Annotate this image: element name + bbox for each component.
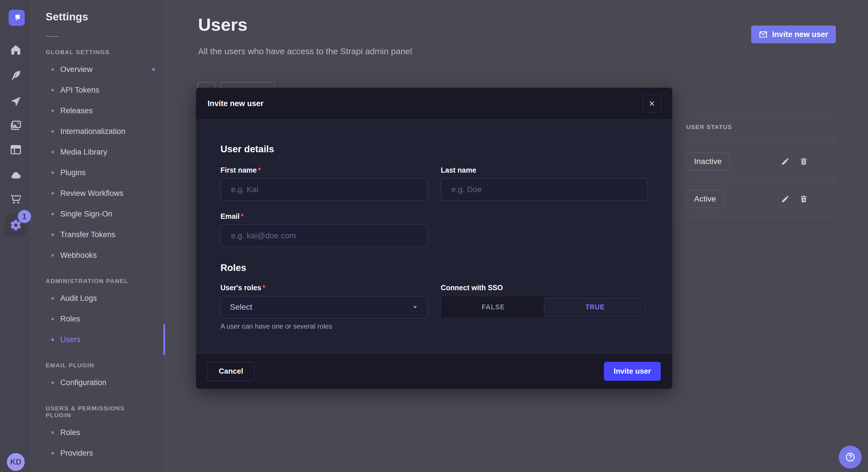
bullet-icon xyxy=(51,338,54,341)
sidebar-section-items: OverviewAPI TokensReleasesInternationali… xyxy=(32,59,165,266)
sidebar-section-items: RolesProviders xyxy=(32,422,165,463)
last-name-label: Last name xyxy=(441,166,648,174)
last-name-input[interactable] xyxy=(441,178,648,201)
cancel-button[interactable]: Cancel xyxy=(208,362,254,381)
sidebar-item-label: Configuration xyxy=(60,378,106,387)
sidebar-item-providers[interactable]: Providers xyxy=(32,443,165,463)
sso-label: Connect with SSO xyxy=(441,283,648,292)
sidebar-section-label: EMAIL PLUGIN xyxy=(45,362,151,369)
sidebar-item-releases[interactable]: Releases xyxy=(32,100,165,121)
sidebar-item-label: Transfer Tokens xyxy=(60,230,115,239)
edit-button[interactable] xyxy=(781,195,789,203)
title-divider xyxy=(45,36,59,37)
sidebar-item-label: Webhooks xyxy=(60,251,97,260)
bullet-icon xyxy=(51,89,54,92)
invite-new-user-button[interactable]: Invite new user xyxy=(751,26,836,43)
bullet-icon xyxy=(51,318,54,320)
bullet-icon xyxy=(51,431,54,434)
roles-select[interactable]: Select xyxy=(220,296,428,318)
close-button[interactable] xyxy=(643,95,661,112)
first-name-input[interactable] xyxy=(220,178,428,201)
required-mark: * xyxy=(262,283,265,292)
sidebar-item-webhooks[interactable]: Webhooks xyxy=(32,245,165,266)
sidebar-item-label: Providers xyxy=(60,449,93,458)
last-name-field: Last name xyxy=(441,166,648,201)
delete-button[interactable] xyxy=(799,195,808,203)
status-badge: Active xyxy=(686,190,724,208)
first-name-field: First name* xyxy=(220,166,428,201)
pencil-icon xyxy=(781,157,789,166)
content-type-builder-icon[interactable] xyxy=(0,69,32,82)
sidebar-item-label: Internationalization xyxy=(60,127,125,136)
sidebar-item-api-tokens[interactable]: API Tokens xyxy=(32,80,165,100)
section-user-details: User details xyxy=(220,144,648,155)
bullet-icon xyxy=(51,109,54,112)
sidebar-item-label: Overview xyxy=(60,65,93,74)
sidebar-item-internationalization[interactable]: Internationalization xyxy=(32,121,165,142)
bullet-icon xyxy=(51,381,54,384)
modal-title: Invite new user xyxy=(208,99,264,108)
sidebar-item-transfer-tokens[interactable]: Transfer Tokens xyxy=(32,224,165,245)
invite-new-user-modal: Invite new user User details First name*… xyxy=(196,88,672,389)
invite-user-submit-button[interactable]: Invite user xyxy=(604,362,661,381)
roles-hint: A user can have one or several roles xyxy=(220,322,428,330)
roles-select-value: Select xyxy=(230,303,252,312)
sidebar-item-review-workflows[interactable]: Review Workflows xyxy=(32,183,165,204)
sidebar-item-label: Media Library xyxy=(60,148,107,157)
cloud-icon[interactable] xyxy=(0,168,32,181)
sso-toggle-false[interactable]: FALSE xyxy=(443,298,544,316)
users-roles-label: User's roles* xyxy=(220,283,428,292)
sidebar-item-roles[interactable]: Roles xyxy=(32,308,165,329)
sidebar-item-configuration[interactable]: Configuration xyxy=(32,372,165,393)
settings-sidebar: Settings GLOBAL SETTINGSOverviewAPI Toke… xyxy=(32,0,165,472)
strapi-logo[interactable] xyxy=(9,10,25,26)
close-icon xyxy=(648,100,655,107)
sidebar-item-overview[interactable]: Overview xyxy=(32,59,165,80)
modal-footer: Cancel Invite user xyxy=(196,353,672,389)
media-library-icon[interactable] xyxy=(0,119,32,132)
sidebar-item-label: Single Sign-On xyxy=(60,210,113,218)
sidebar-item-roles[interactable]: Roles xyxy=(32,422,165,443)
row-actions xyxy=(781,195,808,203)
user-avatar[interactable]: KD xyxy=(7,453,25,471)
sidebar-section-label: GLOBAL SETTINGS xyxy=(45,49,151,56)
sidebar-item-plugins[interactable]: Plugins xyxy=(32,162,165,183)
bullet-icon xyxy=(51,192,54,195)
sidebar-item-label: Review Workflows xyxy=(60,189,123,198)
pencil-icon xyxy=(781,195,789,203)
deploy-icon[interactable] xyxy=(0,95,32,108)
sso-toggle: FALSE TRUE xyxy=(441,296,648,318)
home-icon[interactable] xyxy=(0,43,32,56)
sidebar-item-label: Releases xyxy=(60,106,93,115)
edit-button[interactable] xyxy=(781,157,789,166)
chevron-down-icon xyxy=(412,304,418,310)
invite-new-user-label: Invite new user xyxy=(772,30,828,39)
trash-icon xyxy=(799,195,808,203)
rail-divider xyxy=(0,439,31,440)
sidebar-item-label: API Tokens xyxy=(60,86,99,95)
bullet-icon xyxy=(51,213,54,215)
bullet-icon xyxy=(51,233,54,236)
sidebar-title: Settings xyxy=(45,11,165,23)
bullet-icon xyxy=(51,452,54,454)
trash-icon xyxy=(799,157,808,166)
bullet-icon xyxy=(51,68,54,71)
sidebar-item-users[interactable]: Users xyxy=(32,329,165,350)
first-name-label: First name* xyxy=(220,166,428,174)
content-manager-icon[interactable] xyxy=(0,143,32,156)
sidebar-item-audit-logs[interactable]: Audit Logs xyxy=(32,288,165,308)
marketplace-cart-icon[interactable] xyxy=(0,193,32,205)
delete-button[interactable] xyxy=(799,157,808,166)
sidebar-item-label: Plugins xyxy=(60,168,86,177)
sso-toggle-true[interactable]: TRUE xyxy=(544,298,646,316)
modal-header: Invite new user xyxy=(196,88,672,120)
email-field: Email* xyxy=(220,212,428,247)
help-button[interactable] xyxy=(839,446,862,469)
sidebar-section-items: Audit LogsRolesUsers xyxy=(32,288,165,350)
sidebar-item-label: Users xyxy=(60,335,81,344)
email-input[interactable] xyxy=(220,225,428,247)
sidebar-section-label: USERS & PERMISSIONS PLUGIN xyxy=(45,405,151,419)
sidebar-item-media-library[interactable]: Media Library xyxy=(32,142,165,162)
user-status-header: USER STATUS xyxy=(686,124,732,131)
sidebar-item-single-sign-on[interactable]: Single Sign-On xyxy=(32,204,165,224)
